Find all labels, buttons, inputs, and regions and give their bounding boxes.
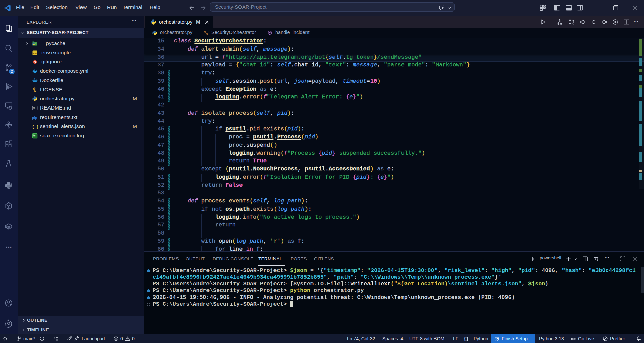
svg-text:pip: pip — [32, 115, 37, 119]
svg-text:M: M — [33, 107, 35, 109]
svg-text:.ENV: .ENV — [33, 53, 37, 55]
svg-text:{ }: { } — [32, 125, 38, 129]
